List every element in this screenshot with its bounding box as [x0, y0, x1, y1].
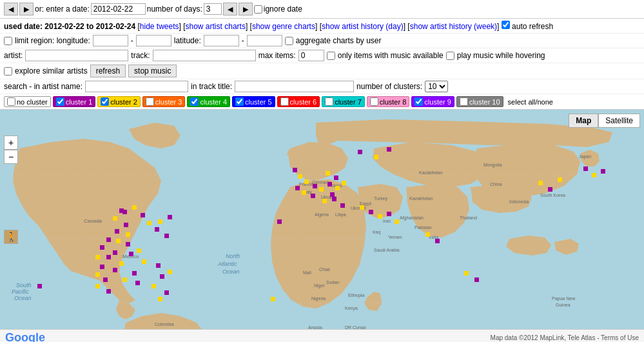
dot [464, 271, 469, 276]
dash2: - [242, 36, 244, 45]
dot [601, 169, 605, 174]
map-button[interactable]: Map [569, 114, 598, 128]
artist-input[interactable] [25, 50, 128, 61]
svg-text:Japan: Japan [579, 154, 591, 159]
cluster-chip-c7[interactable]: cluster 7 [322, 96, 365, 107]
longitude-max-input[interactable] [136, 35, 171, 46]
cluster-checkbox-c2[interactable] [101, 97, 109, 106]
only-music-label: only items with music available [338, 51, 444, 60]
date-input[interactable] [91, 3, 146, 15]
ignore-date-label: ignore date [264, 5, 302, 14]
svg-text:South Korea: South Korea [540, 193, 565, 197]
dot [115, 229, 119, 234]
zoom-in-button[interactable]: + [4, 136, 18, 150]
cluster-label-c4: cluster 4 [200, 98, 227, 106]
cluster-checkbox-c1[interactable] [56, 97, 64, 106]
track-input[interactable] [153, 50, 256, 61]
cluster-checkbox-c5[interactable] [235, 97, 244, 106]
cluster-label-c8: cluster 8 [380, 98, 407, 106]
refresh-button[interactable]: refresh [90, 65, 126, 77]
show-artist-history-day-link[interactable]: show artist history (day) [322, 22, 404, 31]
cluster-checkbox-c7[interactable] [325, 97, 333, 106]
zoom-controls: + − [4, 136, 18, 164]
cluster-label-no-cluster: no cluster [17, 98, 48, 106]
dot [387, 147, 391, 152]
dot [106, 255, 111, 259]
cluster-checkbox-c10[interactable] [460, 97, 468, 106]
cluster-checkbox-c6[interactable] [280, 97, 289, 106]
num-days-input[interactable] [204, 3, 222, 15]
dot [155, 227, 159, 232]
dot [295, 186, 300, 190]
longitude-min-input[interactable] [93, 35, 128, 46]
svg-text:Yemen: Yemen [388, 235, 402, 239]
show-genre-charts-link[interactable]: show genre charts [252, 22, 315, 31]
svg-text:Ocean: Ocean [14, 295, 32, 301]
max-items-label: max items: [259, 51, 296, 60]
explore-checkbox[interactable] [4, 67, 12, 75]
cluster-chip-c4[interactable]: cluster 4 [187, 96, 230, 107]
dot [298, 174, 302, 179]
cluster-chip-c6[interactable]: cluster 6 [277, 96, 320, 107]
cluster-chip-c9[interactable]: cluster 9 [411, 96, 454, 107]
latitude-min-input[interactable] [204, 35, 239, 46]
hide-tweets-link[interactable]: hide tweets [140, 22, 179, 31]
cluster-chip-c1[interactable]: cluster 1 [53, 96, 96, 107]
cluster-chip-c2[interactable]: cluster 2 [97, 96, 141, 107]
play-music-label: play music while hovering [457, 51, 545, 60]
ignore-date-checkbox[interactable] [254, 5, 262, 14]
dot [332, 197, 337, 201]
dot [592, 173, 596, 177]
next-days-btn[interactable]: ▶ [239, 3, 253, 15]
latitude-max-input[interactable] [247, 35, 282, 46]
pegman-icon[interactable]: 🚶 [4, 230, 18, 244]
cluster-chip-c10[interactable]: cluster 10 [456, 96, 503, 107]
max-items-input[interactable] [298, 50, 324, 61]
prev-date-btn[interactable]: ◀ [4, 3, 18, 15]
dot [538, 181, 543, 185]
show-artist-charts-link[interactable]: show artist charts [186, 22, 246, 31]
dot [119, 208, 124, 213]
cluster-chip-c3[interactable]: cluster 3 [142, 96, 186, 107]
map-footer: Google Map data ©2012 MapLink, Tele Atla… [0, 329, 644, 342]
satellite-button[interactable]: Satellite [598, 114, 640, 128]
limit-region-checkbox[interactable] [4, 37, 12, 45]
next-date-btn[interactable]: ▶ [19, 3, 34, 15]
svg-text:Sudan: Sudan [326, 280, 339, 285]
cluster-chip-c8[interactable]: cluster 8 [367, 96, 410, 107]
cluster-checkbox-c9[interactable] [415, 97, 423, 106]
auto-refresh-checkbox[interactable] [502, 21, 510, 29]
svg-text:Canada: Canada [84, 218, 102, 224]
cluster-checkbox-no-cluster[interactable] [7, 97, 15, 106]
cluster-chip-c5[interactable]: cluster 5 [232, 96, 275, 107]
dot [95, 255, 100, 259]
prev-days-btn[interactable]: ◀ [223, 3, 237, 15]
cluster-checkbox-c3[interactable] [146, 97, 154, 106]
cluster-label-c1: cluster 1 [66, 98, 93, 106]
stop-music-button[interactable]: stop music [128, 65, 177, 77]
cluster-chip-no-cluster[interactable]: no cluster [4, 96, 51, 107]
cluster-checkbox-c4[interactable] [190, 97, 199, 106]
dot [335, 186, 340, 190]
dot [142, 259, 146, 264]
show-artist-history-week-link[interactable]: show artist history (week) [410, 22, 497, 31]
dot [151, 284, 156, 288]
google-logo: Google [5, 331, 45, 342]
artist-label: artist: [4, 51, 23, 60]
zoom-out-button[interactable]: − [4, 150, 18, 164]
dot [330, 192, 335, 197]
aggregate-checkbox[interactable] [285, 37, 293, 45]
search-track-input[interactable] [235, 81, 354, 92]
dot [158, 219, 162, 224]
svg-text:Ethiopia: Ethiopia [348, 293, 364, 298]
only-music-checkbox[interactable] [327, 52, 335, 60]
search-artist-input[interactable] [85, 81, 188, 92]
cluster-checkbox-c8[interactable] [370, 97, 378, 106]
num-clusters-select[interactable]: 1051520 [425, 81, 448, 92]
dash1: - [131, 36, 133, 45]
svg-text:Mali: Mali [303, 270, 311, 275]
dot [106, 289, 111, 294]
dot [103, 277, 108, 282]
dot [168, 270, 172, 274]
play-music-checkbox[interactable] [446, 52, 454, 60]
